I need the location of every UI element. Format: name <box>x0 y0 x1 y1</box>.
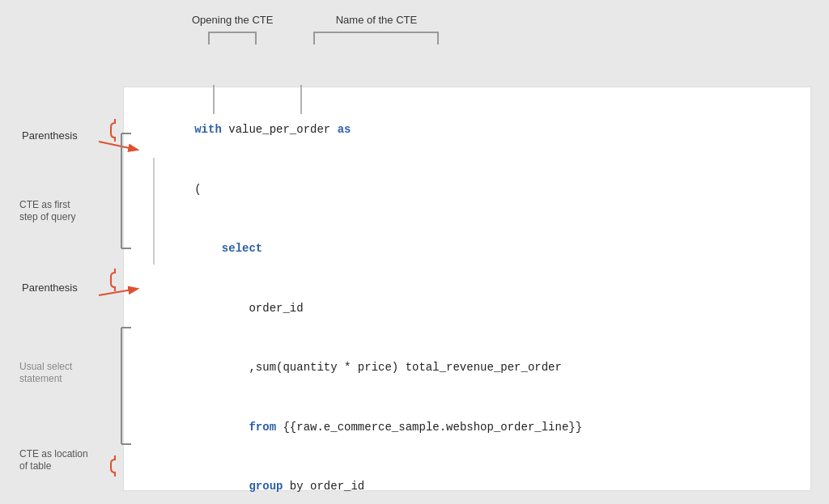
code-line-2: ( <box>140 159 794 219</box>
indent-2 <box>194 421 249 434</box>
opening-cte-bracket <box>208 32 257 44</box>
main-container: Opening the CTE Name of the CTE with val… <box>0 0 829 504</box>
code-line-4: order_id <box>140 278 794 338</box>
name-cte-label: Name of the CTE <box>336 14 417 28</box>
code-line-7: group by order_id <box>140 457 794 505</box>
code-line-1: with value_per_order as <box>140 100 794 160</box>
open-paren: ( <box>194 183 201 196</box>
label-cte-loc-2: of table <box>19 460 52 472</box>
top-annotations: Opening the CTE Name of the CTE <box>192 14 439 45</box>
opening-cte-label: Opening the CTE <box>192 14 273 28</box>
kw-as-1: as <box>338 123 351 136</box>
code-box: with value_per_order as ( select order_i… <box>123 87 811 491</box>
label-cte-first-step-1: CTE as first <box>19 199 70 210</box>
annotation-opening-cte: Opening the CTE <box>192 14 273 45</box>
cte-name: value_per_order <box>228 123 337 136</box>
label-parenthesis-top: Parenthesis <box>22 129 78 142</box>
group-by: by order_id <box>283 480 364 493</box>
col-order-id: order_id <box>194 302 303 315</box>
brace-paren-bottom <box>111 269 115 291</box>
name-cte-bracket <box>313 32 439 44</box>
kw-from-1: from <box>249 421 276 434</box>
kw-group: group <box>249 480 283 493</box>
annotation-name-cte: Name of the CTE <box>313 14 439 45</box>
kw-with: with <box>194 123 228 136</box>
brace-paren-top <box>111 119 115 142</box>
kw-select-1: select <box>222 242 262 255</box>
code-line-6: from {{raw.e_commerce_sample.webshop_ord… <box>140 397 794 457</box>
diagram-wrapper: Opening the CTE Name of the CTE with val… <box>18 14 811 491</box>
code-line-3: select <box>140 219 794 279</box>
label-cte-loc-1: CTE as location <box>19 448 88 460</box>
col-sum: ,sum(quantity * price) total_revenue_per… <box>194 361 562 374</box>
label-usual-select-1: Usual select <box>19 361 73 372</box>
code-line-5: ,sum(quantity * price) total_revenue_per… <box>140 338 794 398</box>
table-ref: {{raw.e_commerce_sample.webshop_order_li… <box>276 421 582 434</box>
label-cte-first-step-2: step of query <box>19 211 75 222</box>
brace-from-line <box>111 455 115 476</box>
label-parenthesis-bottom: Parenthesis <box>22 282 78 294</box>
label-usual-select-2: statement <box>19 373 62 384</box>
indent-3 <box>194 480 249 493</box>
indent-1 <box>194 242 222 255</box>
